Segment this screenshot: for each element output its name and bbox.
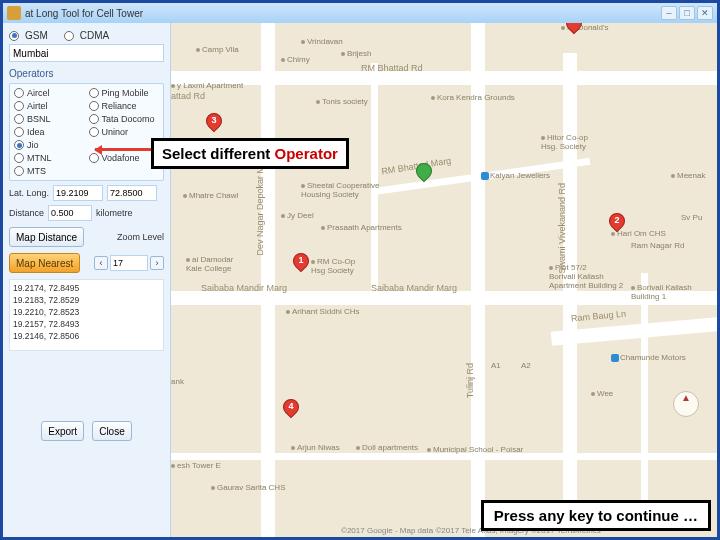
latlong-label: Lat. Long. (9, 188, 49, 198)
zoom-input[interactable] (110, 255, 148, 271)
cdma-label: CDMA (80, 30, 109, 41)
radio-ping[interactable] (89, 88, 99, 98)
map-pin-4[interactable]: 4 (283, 399, 299, 423)
poi-ank: ank (171, 377, 184, 386)
poi-laxmi: y Laxmi Apartment (171, 81, 243, 90)
minimize-button[interactable]: – (661, 6, 677, 20)
poi-a2: A2 (521, 361, 531, 370)
window-title: at Long Tool for Cell Tower (25, 8, 659, 19)
road-bhattad: RM Bhattad Rd (361, 63, 423, 73)
zoom-down-button[interactable]: ‹ (94, 256, 108, 270)
map-pin-3[interactable]: 3 (206, 113, 222, 137)
zoom-label: Zoom Level (117, 232, 164, 242)
titlebar: at Long Tool for Cell Tower – □ ✕ (3, 3, 717, 23)
export-button[interactable]: Export (41, 421, 84, 441)
map-canvas[interactable]: RM Bhattad Rd attad Rd Saibaba Mandir Ma… (171, 23, 717, 537)
poi-ramnagar: Ram Nagar Rd (631, 241, 684, 250)
poi-camp: Camp Vila (196, 45, 239, 54)
maximize-button[interactable]: □ (679, 6, 695, 20)
poi-gaurav: Gaurav Sarita CHS (211, 483, 285, 492)
map-nearest-button[interactable]: Map Nearest (9, 253, 80, 273)
distance-unit: kilometre (96, 208, 133, 218)
poi-wee: Wee (591, 389, 613, 398)
radio-bsnl[interactable] (14, 114, 24, 124)
poi-kora: Kora Kendra Grounds (431, 93, 515, 102)
road-tulinj: Tulinj Rd (465, 363, 475, 398)
radio-idea[interactable] (14, 127, 24, 137)
poi-tonis: Tonis society (316, 97, 368, 106)
poi-esh: esh Tower E (171, 461, 221, 470)
road-saibaba: Saibaba Mandir Marg (201, 283, 287, 293)
operators-title: Operators (9, 68, 164, 79)
poi-rmcoop: RM Co-Op Hsg Society (311, 257, 355, 275)
map-pin-1[interactable]: 1 (293, 253, 309, 277)
poi-doll: Doll apartments (356, 443, 418, 452)
poi-damodar: ai Damodar Kale College (186, 255, 233, 273)
poi-arjun: Arjun Niwas (291, 443, 340, 452)
operators-group: Aircel Ping Mobile Airtel Reliance BSNL … (9, 83, 164, 181)
poi-municipal: Municipal School - Poisar (427, 445, 523, 454)
radio-cdma[interactable] (64, 31, 74, 41)
poi-mhatre: Mhatre Chawl (183, 191, 238, 200)
gsm-label: GSM (25, 30, 48, 41)
poi-brijesh: Brijesh (341, 49, 371, 58)
radio-uninor[interactable] (89, 127, 99, 137)
map-pin-2[interactable]: 2 (609, 213, 625, 237)
poi-arihant: Arihant Siddhi CHs (286, 307, 360, 316)
callout-select-operator: Select different Operator (151, 138, 349, 169)
poi-borivali: Borivali Kailash Building 1 (631, 283, 692, 301)
lon-input[interactable] (107, 185, 157, 201)
radio-mts[interactable] (14, 166, 24, 176)
map-pin-top[interactable] (566, 23, 582, 39)
distance-label: Distance (9, 208, 44, 218)
radio-jio[interactable] (14, 140, 24, 150)
road-swami: Swami Vivekanand Rd (557, 183, 567, 273)
poi-kalyan: Kalyan Jewellers (481, 171, 550, 180)
poi-plot57: Plot 57/2 Borivali Kailash Apartment Bui… (549, 263, 623, 290)
radio-tata[interactable] (89, 114, 99, 124)
poi-sypu: Sv Pu (681, 213, 702, 222)
sidebar: GSM CDMA Operators Aircel Ping Mobile Ai… (3, 23, 171, 537)
lat-input[interactable] (53, 185, 103, 201)
radio-reliance[interactable] (89, 101, 99, 111)
poi-a1: A1 (491, 361, 501, 370)
radio-mtnl[interactable] (14, 153, 24, 163)
map-pin-selected[interactable] (416, 163, 432, 187)
radio-aircel[interactable] (14, 88, 24, 98)
compass-icon (673, 391, 699, 417)
distance-input[interactable] (48, 205, 92, 221)
app-window: at Long Tool for Cell Tower – □ ✕ GSM CD… (0, 0, 720, 540)
close-button-2[interactable]: Close (92, 421, 132, 441)
app-icon (7, 6, 21, 20)
poi-sheetal: Sheetal Cooperative Housing Society (301, 181, 380, 199)
city-input[interactable] (9, 44, 164, 62)
radio-gsm[interactable] (9, 31, 19, 41)
road-bhattad2: attad Rd (171, 91, 205, 101)
poi-jydeel: Jy Deel (281, 211, 314, 220)
radio-airtel[interactable] (14, 101, 24, 111)
map-distance-button[interactable]: Map Distance (9, 227, 84, 247)
zoom-up-button[interactable]: › (150, 256, 164, 270)
coord-list: 19.2174, 72.8495 19.2183, 72.8529 19.221… (9, 279, 164, 351)
callout-press-key: Press any key to continue … (481, 500, 711, 531)
poi-chimy: Chimy (281, 55, 310, 64)
road-saibaba2: Saibaba Mandir Marg (371, 283, 457, 293)
poi-chamunde: Chamunde Motors (611, 353, 686, 362)
poi-meenak: Meenak (671, 171, 705, 180)
poi-prasath: Prasaath Apartments (321, 223, 402, 232)
annotation-arrow (95, 148, 155, 151)
close-button[interactable]: ✕ (697, 6, 713, 20)
poi-hitor: Hitor Co-op Hsg. Society (541, 133, 588, 151)
poi-vrindavan: Vrindavan (301, 37, 343, 46)
